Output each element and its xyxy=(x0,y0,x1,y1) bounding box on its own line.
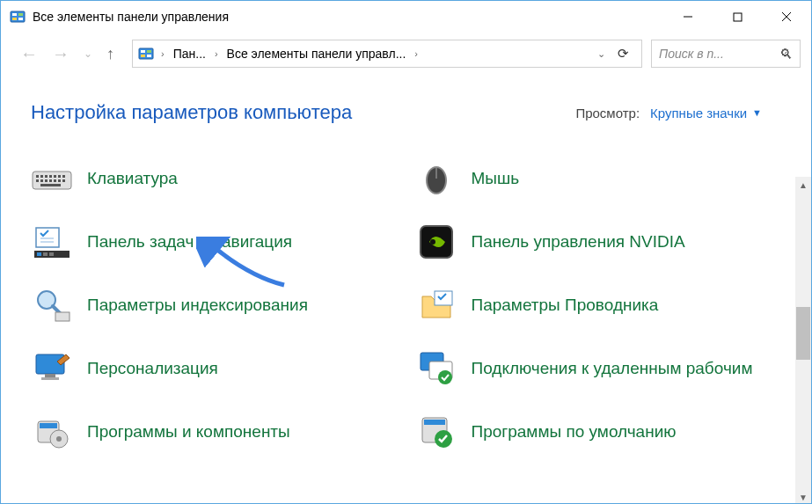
svg-rect-29 xyxy=(40,184,61,186)
svg-rect-2 xyxy=(18,13,23,16)
svg-rect-39 xyxy=(49,252,54,256)
svg-rect-3 xyxy=(12,18,17,20)
chevron-right-icon[interactable]: › xyxy=(211,48,222,59)
view-selector[interactable]: Крупные значки ▼ xyxy=(650,106,762,121)
svg-rect-11 xyxy=(147,50,151,53)
item-mouse[interactable]: Мышь xyxy=(415,157,800,200)
svg-rect-25 xyxy=(49,179,52,182)
taskbar-icon xyxy=(31,221,73,263)
svg-rect-20 xyxy=(58,175,61,178)
item-label: Параметры Проводника xyxy=(472,295,659,317)
svg-rect-45 xyxy=(435,291,452,305)
svg-rect-37 xyxy=(37,252,41,256)
svg-rect-22 xyxy=(36,179,39,182)
svg-rect-18 xyxy=(49,175,52,178)
svg-rect-6 xyxy=(734,13,742,21)
view-label: Просмотр: xyxy=(575,106,640,121)
item-remote[interactable]: Подключения к удаленным рабочим xyxy=(415,347,800,390)
items-grid: Клавиатура Мышь Панель задач и навигация… xyxy=(1,133,811,453)
svg-rect-10 xyxy=(141,50,145,53)
scrollbar-thumb[interactable] xyxy=(796,307,810,360)
item-explorer[interactable]: Параметры Проводника xyxy=(415,284,800,326)
mouse-icon xyxy=(415,157,457,200)
scrollbar[interactable]: ▲ ▼ xyxy=(795,177,811,504)
svg-point-55 xyxy=(56,436,62,442)
titlebar: Все элементы панели управления xyxy=(1,1,811,33)
svg-rect-26 xyxy=(54,179,56,182)
svg-rect-21 xyxy=(62,175,65,178)
item-label: Подключения к удаленным рабочим xyxy=(472,358,753,380)
breadcrumb-root[interactable]: Пан... xyxy=(172,47,208,61)
close-button[interactable] xyxy=(762,1,811,33)
window-title: Все элементы панели управления xyxy=(33,10,229,24)
svg-rect-48 xyxy=(41,377,59,380)
scroll-up-button[interactable]: ▲ xyxy=(795,177,811,193)
item-nvidia[interactable]: Панель управления NVIDIA xyxy=(415,221,800,263)
item-label: Мышь xyxy=(472,168,520,190)
scroll-down-button[interactable]: ▼ xyxy=(795,489,811,504)
item-label: Параметры индексирования xyxy=(87,295,308,317)
back-button[interactable]: ← xyxy=(20,44,38,64)
maximize-button[interactable] xyxy=(713,1,762,33)
item-label: Панель управления NVIDIA xyxy=(472,231,685,253)
remote-desktop-icon xyxy=(415,347,457,390)
svg-rect-53 xyxy=(40,423,57,428)
svg-rect-38 xyxy=(43,252,48,256)
svg-point-41 xyxy=(430,239,435,245)
chevron-down-icon: ▼ xyxy=(752,107,762,118)
item-personalize[interactable]: Персонализация xyxy=(31,347,415,390)
svg-rect-9 xyxy=(139,48,153,59)
minimize-button[interactable] xyxy=(663,1,713,33)
page-title: Настройка параметров компьютера xyxy=(31,101,352,124)
nvidia-icon xyxy=(415,221,457,263)
explorer-options-icon xyxy=(415,284,457,326)
svg-rect-57 xyxy=(424,420,445,425)
svg-rect-0 xyxy=(11,11,25,22)
navbar: ← → ⌄ ↑ › Пан... › Все элементы панели у… xyxy=(1,33,811,75)
svg-rect-17 xyxy=(45,175,48,178)
item-taskbar[interactable]: Панель задач и навигация xyxy=(31,221,415,263)
svg-rect-13 xyxy=(147,55,151,57)
refresh-button[interactable]: ⟳ xyxy=(614,46,636,62)
item-label: Клавиатура xyxy=(87,168,178,190)
address-icon xyxy=(138,46,154,62)
address-bar[interactable]: › Пан... › Все элементы панели управл...… xyxy=(132,40,642,68)
address-dropdown[interactable]: ⌄ xyxy=(592,48,611,60)
app-icon xyxy=(10,9,26,25)
item-label: Программы по умолчанию xyxy=(472,421,677,443)
svg-rect-24 xyxy=(45,179,48,182)
item-label: Персонализация xyxy=(87,358,218,380)
svg-rect-15 xyxy=(36,175,39,178)
chevron-right-icon[interactable]: › xyxy=(411,48,421,59)
personalization-icon xyxy=(31,347,73,390)
programs-features-icon xyxy=(31,411,73,453)
svg-point-51 xyxy=(438,370,452,384)
item-programs[interactable]: Программы и компоненты xyxy=(31,411,415,453)
item-defaults[interactable]: Программы по умолчанию xyxy=(415,411,800,453)
item-indexing[interactable]: Параметры индексирования xyxy=(31,284,415,326)
window-controls xyxy=(663,1,811,33)
forward-button[interactable]: → xyxy=(52,44,69,64)
view-selector-value: Крупные значки xyxy=(650,106,747,121)
svg-rect-19 xyxy=(54,175,56,178)
svg-rect-12 xyxy=(141,55,145,57)
search-icon[interactable]: 🔍︎ xyxy=(779,47,793,62)
svg-rect-1 xyxy=(12,13,17,16)
svg-rect-47 xyxy=(45,374,55,377)
keyboard-icon xyxy=(31,157,73,200)
recent-dropdown[interactable]: ⌄ xyxy=(84,47,92,60)
svg-rect-23 xyxy=(40,179,43,182)
svg-rect-28 xyxy=(62,179,65,182)
chevron-right-icon[interactable]: › xyxy=(157,48,168,59)
item-keyboard[interactable]: Клавиатура xyxy=(31,157,415,200)
svg-rect-44 xyxy=(55,312,69,321)
search-box[interactable]: 🔍︎ xyxy=(651,40,801,68)
item-label: Программы и компоненты xyxy=(87,421,290,443)
up-button[interactable]: ↑ xyxy=(106,45,114,63)
search-input[interactable] xyxy=(659,47,764,61)
svg-rect-16 xyxy=(40,175,43,178)
breadcrumb-current[interactable]: Все элементы панели управл... xyxy=(225,47,408,61)
default-programs-icon xyxy=(415,411,457,453)
item-label: Панель задач и навигация xyxy=(87,231,292,253)
svg-rect-4 xyxy=(18,18,23,20)
